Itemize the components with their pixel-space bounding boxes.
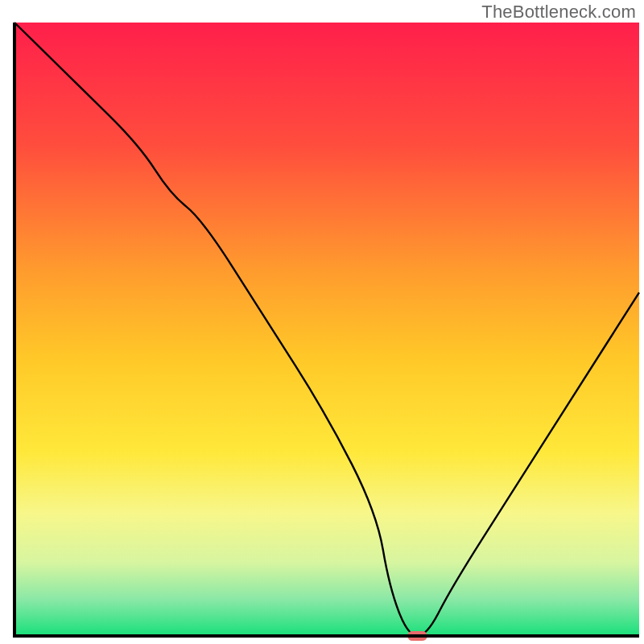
chart-svg — [0, 0, 644, 644]
bottleneck-chart: TheBottleneck.com — [0, 0, 644, 644]
watermark-label: TheBottleneck.com — [481, 2, 636, 23]
